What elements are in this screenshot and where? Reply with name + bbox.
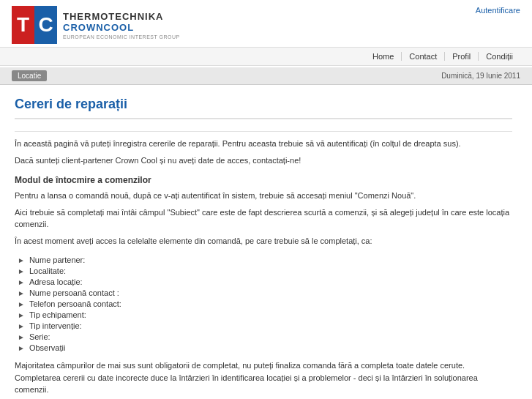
list-item-label: Tip intervenție: [29, 321, 82, 330]
company-name: THERMOTECHNIKA CROWNCOOL EUROPEAN ECONOM… [63, 11, 180, 40]
nav-bar: Home Contact Profil Condiții [0, 47, 532, 66]
list-item: ► Nume partener: [15, 256, 512, 264]
header-right: Autentificare [476, 6, 520, 32]
instruction-para2: Aici trebuie să completați mai întâi câm… [15, 206, 512, 231]
intro-para1: În această pagină vă puteți înregistra c… [15, 138, 512, 150]
instruction-para1: Pentru a lansa o comandă nouă, după ce v… [15, 190, 512, 202]
nav-contact[interactable]: Contact [402, 52, 445, 61]
list-item: ► Serie: [15, 332, 512, 341]
bullet-icon: ► [18, 278, 25, 286]
bullet-icon: ► [18, 267, 25, 275]
list-item: ► Localitate: [15, 266, 512, 275]
list-item-label: Adresa locație: [29, 277, 83, 286]
logo-t-letter: T [12, 6, 34, 44]
content-divider [15, 131, 512, 132]
bullet-icon: ► [18, 322, 25, 330]
note1: Majoritatea câmpurilor de mai sus sunt o… [15, 359, 512, 396]
list-item-label: Serie: [29, 332, 50, 341]
auth-link[interactable]: Autentificare [476, 6, 520, 15]
page-title: Cereri de reparații [15, 97, 512, 119]
company-line1: THERMOTECHNIKA [63, 11, 180, 22]
nav-conditii[interactable]: Condiții [479, 52, 520, 61]
bullet-icon: ► [18, 300, 25, 308]
breadcrumb-tag: Locatie [12, 70, 47, 81]
section-heading: Modul de întocmire a comenzilor [15, 175, 512, 185]
logo-area: T C THERMOTECHNIKA CROWNCOOL EUROPEAN EC… [12, 6, 180, 44]
list-item: ► Tip echipament: [15, 310, 512, 319]
list-item-label: Tip echipament: [29, 310, 86, 319]
list-item-label: Nume partener: [29, 256, 85, 264]
list-section: ► Nume partener: ► Localitate: ► Adresa … [15, 256, 512, 352]
company-line2: CROWNCOOL [63, 22, 180, 33]
date-display: Duminică, 19 Iunie 2011 [441, 72, 520, 80]
bullet-icon: ► [18, 256, 25, 264]
logo-c-letter: C [34, 6, 57, 44]
bullet-icon: ► [18, 333, 25, 341]
list-item: ► Telefon persoană contact: [15, 299, 512, 308]
list-item: ► Nume persoană contact : [15, 288, 512, 297]
list-item-label: Telefon persoană contact: [29, 299, 121, 308]
main-content: Cereri de reparații În această pagină vă… [0, 85, 527, 399]
list-item-label: Nume persoană contact : [29, 288, 119, 297]
instructions-section: Pentru a lansa o comandă nouă, după ce v… [15, 190, 512, 247]
breadcrumb-bar: Locatie Duminică, 19 Iunie 2011 [0, 67, 532, 85]
list-item-label: Observații [29, 343, 66, 352]
list-item: ► Tip intervenție: [15, 321, 512, 330]
list-item-label: Localitate: [29, 266, 66, 275]
nav-home[interactable]: Home [365, 52, 402, 61]
instruction-para3: În acest moment aveți acces la celelalte… [15, 235, 512, 247]
intro-section: În această pagină vă puteți înregistra c… [15, 138, 512, 166]
bullet-icon: ► [18, 344, 25, 352]
bullet-icon: ► [18, 289, 25, 297]
list-item: ► Observații [15, 343, 512, 352]
header: T C THERMOTECHNIKA CROWNCOOL EUROPEAN EC… [0, 0, 532, 47]
bullet-icon: ► [18, 311, 25, 319]
list-item: ► Adresa locație: [15, 277, 512, 286]
company-line3: EUROPEAN ECONOMIC INTEREST GROUP [63, 34, 180, 40]
nav-profil[interactable]: Profil [445, 52, 479, 61]
intro-para2: Dacă sunteți client-partener Crown Cool … [15, 154, 512, 167]
logo-box: T C [12, 6, 57, 44]
